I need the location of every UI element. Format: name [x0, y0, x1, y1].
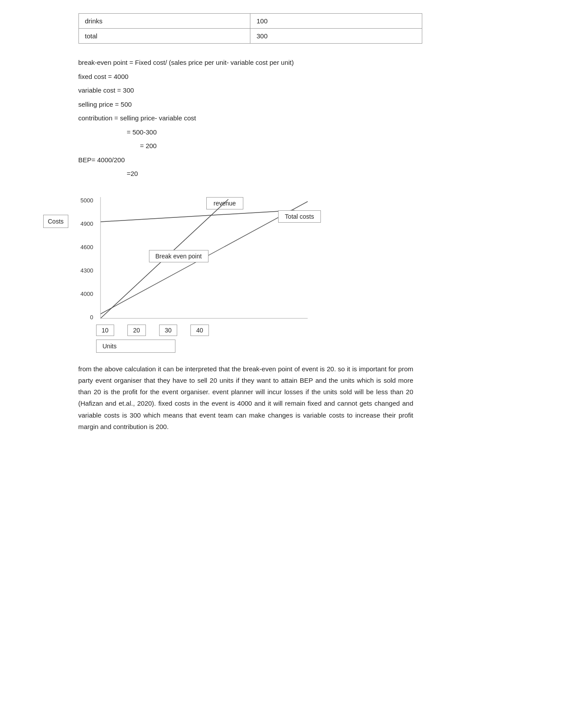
y-tick-5000: 5000 [81, 197, 93, 204]
y-tick-4900: 4900 [81, 220, 93, 227]
x-tick-30: 30 [159, 325, 178, 336]
formula-line4: selling price = 500 [78, 99, 524, 110]
table-row-drinks: drinks 100 [78, 14, 422, 29]
total-label: total [78, 29, 250, 44]
y-tick-4600: 4600 [81, 244, 93, 250]
formula-line3: variable cost = 300 [78, 85, 524, 96]
drinks-label: drinks [78, 14, 250, 29]
costs-label: Costs [43, 215, 69, 228]
formula-line1: break-even point = Fixed cost/ (sales pr… [78, 57, 524, 68]
y-tick-4300: 4300 [81, 267, 93, 274]
x-tick-10: 10 [96, 325, 115, 336]
x-tick-40: 40 [190, 325, 209, 336]
svg-line-2 [100, 210, 294, 222]
y-axis-label-wrapper: Costs [43, 215, 69, 231]
conclusion-paragraph: from the above calculation it can be int… [78, 363, 413, 433]
formula-line2: fixed cost = 4000 [78, 71, 524, 82]
x-axis: 10 20 30 40 [96, 325, 374, 336]
table-row-total: total 300 [78, 29, 422, 44]
formula-indent1: = 500-300 [127, 127, 524, 138]
y-ticks: 5000 4900 4600 4300 4000 0 [74, 197, 96, 321]
chart-wrapper: revenue Costs 5000 4900 4600 4300 4000 0 [74, 197, 374, 353]
x-tick-20: 20 [127, 325, 146, 336]
chart-svg-wrapper: Total costs Break even point [96, 197, 316, 322]
formula-line5: contribution = selling price- variable c… [78, 112, 524, 124]
total-costs-label: Total costs [278, 210, 320, 223]
drinks-total-table: drinks 100 total 300 [78, 13, 422, 44]
chart-area: Costs 5000 4900 4600 4300 4000 0 Total c… [74, 197, 374, 322]
drinks-value: 100 [250, 14, 422, 29]
break-even-label: Break even point [149, 250, 208, 262]
formula-indent2: = 200 [140, 140, 524, 152]
bep-line2: =20 [127, 168, 524, 179]
units-label: Units [96, 340, 175, 353]
y-tick-0: 0 [90, 314, 93, 321]
y-tick-4000: 4000 [81, 291, 93, 297]
total-value: 300 [250, 29, 422, 44]
bep-line1: BEP= 4000/200 [78, 154, 524, 166]
